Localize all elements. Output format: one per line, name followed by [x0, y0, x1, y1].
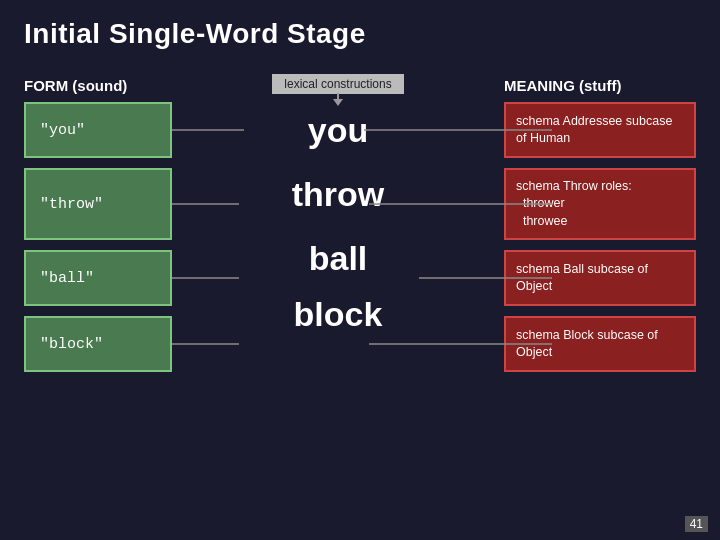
meaning-item-you: schema Addressee subcase of Human	[504, 102, 696, 158]
slide: Initial Single-Word Stage FORM (sound) l…	[0, 0, 720, 540]
lex-word-throw: throw	[292, 158, 385, 230]
header-lexical-wrapper: lexical constructions	[172, 74, 504, 94]
form-item-block: "block"	[24, 316, 172, 372]
form-item-throw: "throw"	[24, 168, 172, 240]
meaning-column: schema Addressee subcase of Human schema…	[504, 102, 696, 372]
rows-area: "you" "throw" "ball" "block" you throw b…	[24, 102, 696, 372]
header-meaning: MEANING (stuff)	[504, 77, 696, 94]
meaning-throw-text: schema Throw roles: thrower throwee	[516, 178, 632, 231]
slide-title: Initial Single-Word Stage	[24, 18, 696, 50]
lex-word-block: block	[294, 286, 383, 342]
meaning-item-ball: schema Ball subcase of Object	[504, 250, 696, 306]
header-lexical: lexical constructions	[272, 74, 403, 94]
middle-column: you throw ball block	[172, 102, 504, 372]
meaning-item-throw: schema Throw roles: thrower throwee	[504, 168, 696, 240]
lex-word-you: you	[308, 102, 368, 158]
form-item-ball: "ball"	[24, 250, 172, 306]
headers-row: FORM (sound) lexical constructions MEANI…	[24, 74, 696, 94]
lex-word-ball: ball	[309, 230, 368, 286]
page-number: 41	[685, 516, 708, 532]
form-column: "you" "throw" "ball" "block"	[24, 102, 172, 372]
header-form: FORM (sound)	[24, 77, 172, 94]
meaning-item-block: schema Block subcase of Object	[504, 316, 696, 372]
form-item-you: "you"	[24, 102, 172, 158]
